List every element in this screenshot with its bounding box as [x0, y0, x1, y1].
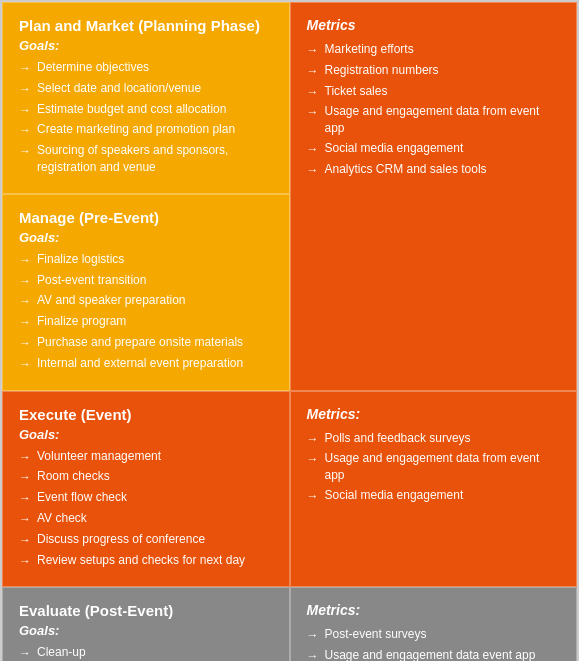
manage-goals-list: →Finalize logistics →Post-event transiti…	[19, 251, 273, 373]
arrow-icon: →	[307, 162, 319, 179]
arrow-icon: →	[19, 252, 31, 269]
evaluate-metrics-label: Metrics:	[307, 602, 561, 618]
manage-goal-6: →Internal and external event preparation	[19, 355, 273, 373]
arrow-icon: →	[307, 451, 319, 468]
arrow-icon: →	[19, 143, 31, 160]
plan-title: Plan and Market (Planning Phase)	[19, 17, 273, 34]
plan-metric-1: →Marketing efforts	[307, 41, 561, 59]
arrow-icon: →	[19, 449, 31, 466]
manage-goal-4: →Finalize program	[19, 313, 273, 331]
plan-metric-4: →Usage and engagement data from event ap…	[307, 103, 561, 137]
execute-metric-1: →Polls and feedback surveys	[307, 430, 561, 448]
arrow-icon: →	[19, 356, 31, 373]
arrow-icon: →	[19, 335, 31, 352]
evaluate-title: Evaluate (Post-Event)	[19, 602, 273, 619]
execute-left-cell: Execute (Event) Goals: →Volunteer manage…	[2, 391, 290, 588]
plan-goal-2: →Select date and location/venue	[19, 80, 273, 98]
plan-metric-6: →Analytics CRM and sales tools	[307, 161, 561, 179]
arrow-icon: →	[19, 81, 31, 98]
evaluate-metric-2: →Usage and engagement data event app	[307, 647, 561, 661]
plan-goal-5: →Sourcing of speakers and sponsors, regi…	[19, 142, 273, 176]
manage-goal-3: →AV and speaker preparation	[19, 292, 273, 310]
evaluate-metric-1: →Post-event surveys	[307, 626, 561, 644]
execute-metric-3: →Social media engagement	[307, 487, 561, 505]
plan-metric-3: →Ticket sales	[307, 83, 561, 101]
evaluate-goals-list: →Clean-up →Post-event evaluations →Condu…	[19, 644, 273, 661]
manage-title: Manage (Pre-Event)	[19, 209, 273, 226]
arrow-icon: →	[19, 273, 31, 290]
arrow-icon: →	[307, 627, 319, 644]
execute-goal-2: →Room checks	[19, 468, 273, 486]
execute-goal-4: →AV check	[19, 510, 273, 528]
arrow-icon: →	[307, 141, 319, 158]
manage-goals-label: Goals:	[19, 230, 273, 245]
execute-title: Execute (Event)	[19, 406, 273, 423]
arrow-icon: →	[307, 104, 319, 121]
plan-goals-label: Goals:	[19, 38, 273, 53]
arrow-icon: →	[19, 553, 31, 570]
arrow-icon: →	[19, 122, 31, 139]
arrow-icon: →	[307, 84, 319, 101]
execute-goals-label: Goals:	[19, 427, 273, 442]
plan-goal-4: →Create marketing and promotion plan	[19, 121, 273, 139]
plan-goal-1: →Determine objectives	[19, 59, 273, 77]
arrow-icon: →	[307, 63, 319, 80]
execute-metric-2: →Usage and engagement data from event ap…	[307, 450, 561, 484]
execute-goal-3: →Event flow check	[19, 489, 273, 507]
plan-metric-2: →Registration numbers	[307, 62, 561, 80]
plan-right-cell: Metrics →Marketing efforts →Registration…	[290, 2, 578, 391]
execute-metrics-label: Metrics:	[307, 406, 561, 422]
arrow-icon: →	[19, 490, 31, 507]
plan-metrics-label: Metrics	[307, 17, 561, 33]
evaluate-left-cell: Evaluate (Post-Event) Goals: →Clean-up →…	[2, 587, 290, 661]
manage-goal-5: →Purchase and prepare onsite materials	[19, 334, 273, 352]
manage-left-cell: Manage (Pre-Event) Goals: →Finalize logi…	[2, 194, 290, 391]
arrow-icon: →	[19, 532, 31, 549]
evaluate-metrics-list: →Post-event surveys →Usage and engagemen…	[307, 626, 561, 661]
arrow-icon: →	[19, 511, 31, 528]
plan-goals-list: →Determine objectives →Select date and l…	[19, 59, 273, 176]
plan-left-cell: Plan and Market (Planning Phase) Goals: …	[2, 2, 290, 194]
plan-metrics-list: →Marketing efforts →Registration numbers…	[307, 41, 561, 179]
evaluate-goals-label: Goals:	[19, 623, 273, 638]
arrow-icon: →	[19, 645, 31, 661]
arrow-icon: →	[307, 42, 319, 59]
arrow-icon: →	[19, 314, 31, 331]
evaluate-right-cell: Metrics: →Post-event surveys →Usage and …	[290, 587, 578, 661]
execute-goal-6: →Review setups and checks for next day	[19, 552, 273, 570]
main-grid: Plan and Market (Planning Phase) Goals: …	[0, 0, 579, 661]
plan-metric-5: →Social media engagement	[307, 140, 561, 158]
arrow-icon: →	[19, 102, 31, 119]
evaluate-goal-1: →Clean-up	[19, 644, 273, 661]
execute-goal-1: →Volunteer management	[19, 448, 273, 466]
arrow-icon: →	[307, 431, 319, 448]
manage-goal-2: →Post-event transition	[19, 272, 273, 290]
arrow-icon: →	[19, 60, 31, 77]
execute-metrics-list: →Polls and feedback surveys →Usage and e…	[307, 430, 561, 505]
manage-goal-1: →Finalize logistics	[19, 251, 273, 269]
arrow-icon: →	[307, 648, 319, 661]
arrow-icon: →	[19, 469, 31, 486]
plan-goal-3: →Estimate budget and cost allocation	[19, 101, 273, 119]
execute-right-cell: Metrics: →Polls and feedback surveys →Us…	[290, 391, 578, 588]
arrow-icon: →	[19, 293, 31, 310]
arrow-icon: →	[307, 488, 319, 505]
execute-goal-5: →Discuss progress of conference	[19, 531, 273, 549]
execute-goals-list: →Volunteer management →Room checks →Even…	[19, 448, 273, 570]
